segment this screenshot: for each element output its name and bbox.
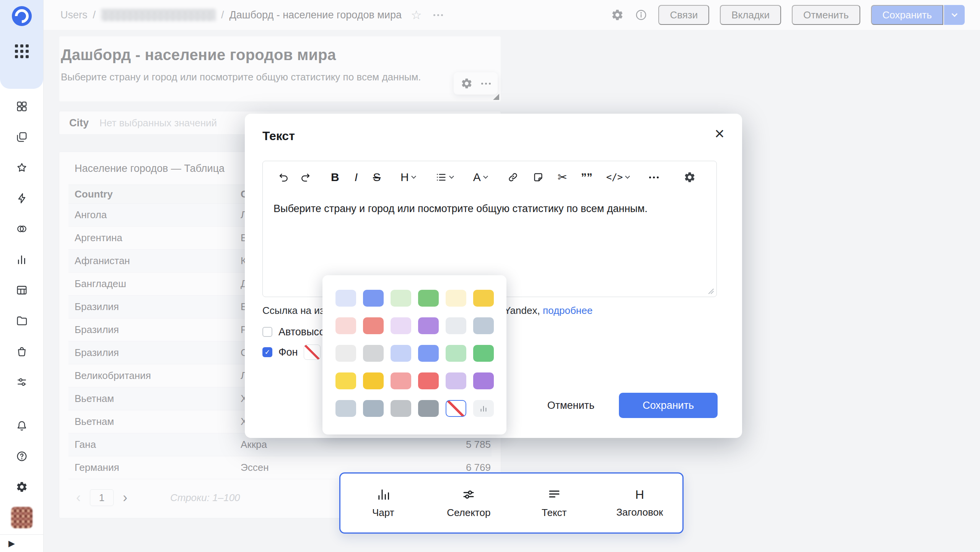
settings-button[interactable]	[0, 472, 44, 502]
add-text-button[interactable]: Текст	[511, 474, 597, 532]
nav-dashboards[interactable]	[0, 91, 44, 122]
close-icon[interactable]: ×	[715, 125, 724, 142]
link-button[interactable]	[507, 171, 519, 183]
autoheight-checkbox[interactable]	[262, 327, 272, 337]
redo-icon	[300, 171, 311, 183]
heading-menu-button[interactable]: H	[400, 171, 415, 183]
quote-button[interactable]: ””	[581, 171, 593, 183]
color-swatch[interactable]	[363, 290, 384, 307]
editor-resize-handle[interactable]	[707, 287, 714, 294]
text-widget-dialog: Текст × B I S H A	[245, 114, 742, 438]
color-swatch[interactable]	[446, 372, 466, 389]
undo-button[interactable]	[278, 171, 290, 183]
nav-services[interactable]	[0, 367, 44, 397]
add-selector-button[interactable]: Селектор	[426, 474, 512, 532]
user-avatar[interactable]	[0, 502, 44, 533]
color-swatch[interactable]	[418, 290, 439, 307]
check-icon: ✓	[264, 348, 270, 356]
sidebar: ▶	[0, 0, 44, 552]
strikethrough-icon: S	[373, 171, 381, 183]
editor-content[interactable]: Выберите страну и город или посмотрите о…	[263, 202, 716, 216]
editor-more-button[interactable]	[649, 176, 659, 178]
color-swatch[interactable]	[446, 317, 466, 334]
resize-grip-icon	[707, 287, 714, 294]
strikethrough-button[interactable]: S	[373, 171, 381, 183]
color-swatch[interactable]	[418, 345, 439, 362]
color-swatch[interactable]	[363, 345, 384, 362]
nav-connections[interactable]	[0, 214, 44, 244]
color-swatch[interactable]	[391, 345, 411, 362]
help-button[interactable]	[0, 441, 44, 472]
sidebar-nav	[0, 91, 43, 397]
sidebar-service-area	[0, 0, 43, 89]
color-swatch[interactable]	[418, 317, 439, 334]
background-color-button[interactable]	[304, 345, 321, 360]
color-swatch[interactable]	[363, 372, 384, 389]
list-menu-button[interactable]	[435, 171, 453, 183]
chart-icon	[376, 488, 390, 501]
hint-link[interactable]: подробнее	[543, 305, 593, 316]
gear-icon	[16, 481, 28, 493]
app: ▶ Users / / Дашборд - население городов …	[0, 0, 980, 552]
color-swatch[interactable]	[473, 290, 494, 307]
bold-button[interactable]: B	[331, 171, 339, 183]
sliders-icon	[16, 376, 28, 388]
dialog-save-button[interactable]: Сохранить	[619, 393, 718, 418]
lightning-icon	[16, 192, 28, 204]
chevron-down-icon	[625, 174, 630, 179]
widget-color-swatch[interactable]	[473, 400, 494, 417]
nav-datasets[interactable]	[0, 275, 44, 305]
code-menu-button[interactable]: </>	[606, 171, 629, 183]
note-button[interactable]	[532, 171, 544, 183]
editor-settings-button[interactable]	[684, 171, 696, 183]
notifications-button[interactable]	[0, 410, 44, 441]
color-swatch[interactable]	[473, 345, 494, 362]
redo-button[interactable]	[300, 171, 311, 183]
collapse-icon: ▶	[8, 539, 15, 549]
nav-charts[interactable]	[0, 244, 44, 275]
chevron-down-icon	[411, 174, 416, 179]
color-swatch[interactable]	[473, 317, 494, 334]
widget-add-toolbar: Чарт Селектор Текст H Заголовок	[339, 472, 684, 534]
add-heading-button[interactable]: H Заголовок	[597, 474, 683, 532]
background-checkbox[interactable]: ✓	[262, 347, 272, 357]
cut-button[interactable]: ✂	[558, 171, 567, 183]
color-swatch[interactable]	[391, 290, 411, 307]
color-swatch[interactable]	[418, 372, 439, 389]
nav-storage[interactable]	[0, 305, 44, 336]
color-swatch[interactable]	[446, 290, 466, 307]
sidebar-collapse[interactable]: ▶	[0, 534, 43, 552]
color-palette-popup	[322, 275, 506, 434]
datalens-logo[interactable]	[12, 6, 32, 26]
color-swatch[interactable]	[391, 400, 411, 417]
scissors-icon: ✂	[558, 171, 567, 183]
nav-editor[interactable]	[0, 183, 44, 214]
bell-icon	[16, 420, 28, 432]
color-swatch[interactable]	[335, 345, 356, 362]
sidebar-bottom	[0, 410, 43, 533]
text-color-menu-button[interactable]: A	[473, 171, 487, 183]
add-chart-button[interactable]: Чарт	[340, 474, 426, 532]
color-swatch[interactable]	[446, 345, 466, 362]
nav-favorites[interactable]	[0, 152, 44, 183]
nav-collections[interactable]	[0, 122, 44, 152]
chevron-down-icon	[449, 174, 454, 179]
color-swatch[interactable]	[363, 317, 384, 334]
apps-grid-icon[interactable]	[15, 44, 29, 58]
quote-icon: ””	[581, 171, 593, 183]
bar-chart-icon	[16, 253, 28, 266]
italic-button[interactable]: I	[355, 171, 358, 183]
color-swatch[interactable]	[391, 372, 411, 389]
color-swatch[interactable]	[335, 400, 356, 417]
color-swatch[interactable]	[335, 317, 356, 334]
dialog-cancel-button[interactable]: Отменить	[547, 400, 594, 412]
nav-marketplace[interactable]	[0, 336, 44, 367]
no-color-swatch-selected[interactable]	[446, 400, 466, 417]
color-swatch[interactable]	[418, 400, 439, 417]
bag-icon	[16, 345, 28, 358]
add-heading-label: Заголовок	[616, 506, 663, 518]
color-swatch[interactable]	[473, 372, 494, 389]
color-swatch[interactable]	[335, 372, 356, 389]
color-swatch[interactable]	[391, 317, 411, 334]
color-swatch[interactable]	[335, 290, 356, 307]
